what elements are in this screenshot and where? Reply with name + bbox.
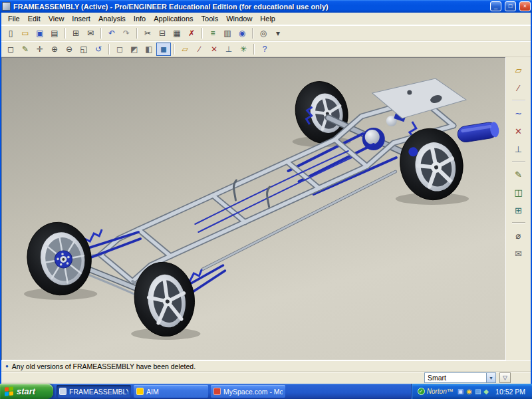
menu-edit[interactable]: Edit — [24, 13, 45, 24]
toolbar-separator — [252, 28, 253, 39]
toolbar-button-glyph: ✉ — [87, 29, 94, 37]
maximize-button[interactable]: □ — [505, 1, 516, 11]
chevron-down-icon[interactable]: ▼ — [486, 373, 495, 382]
menu-analysis[interactable]: Analysis — [94, 13, 130, 24]
create-component-icon[interactable]: ⊞ — [510, 203, 527, 217]
menu-applications[interactable]: Applications — [150, 13, 197, 24]
datum-plane-tool-icon[interactable]: ▱ — [510, 63, 527, 77]
feature-tool-glyph: ✕ — [515, 127, 522, 136]
undo-icon[interactable]: ↶ — [104, 27, 119, 40]
task-icon — [59, 388, 66, 395]
no-hidden-icon[interactable]: ◧ — [142, 43, 156, 56]
shaded-icon[interactable]: ◼ — [156, 43, 171, 56]
chassis-model-3d — [2, 58, 505, 360]
redo-icon[interactable]: ↷ — [119, 27, 134, 40]
menu-info[interactable]: Info — [130, 13, 150, 24]
task-aim[interactable]: AIM — [134, 385, 208, 398]
toolbar-separator — [512, 222, 525, 223]
datum-planes-toggle-icon[interactable]: ▱ — [178, 43, 192, 56]
toolbar-button-glyph: ▯ — [9, 29, 13, 37]
menu-insert[interactable]: Insert — [68, 13, 94, 24]
start-button[interactable]: start — [0, 384, 53, 399]
toolbar-button-glyph: ▤ — [51, 29, 58, 37]
repaint-icon[interactable]: ↺ — [91, 43, 106, 56]
datum-axis-tool-icon[interactable]: ∕ — [510, 80, 527, 95]
task-frameassembly[interactable]: FRAMEASSEMBLY (Ac... — [57, 385, 131, 398]
view-toolbar: ◻ ✎ ✛ ⊕ ⊖ ◱ ↺ ◻ ◩ ◧ ◼ — [1, 41, 531, 57]
task-myspace-mozilla[interactable]: MySpace.com - Mozil... — [211, 385, 285, 398]
sketch-tool-icon[interactable]: ✎ — [510, 167, 527, 182]
toolbar-button-glyph: ✎ — [22, 45, 29, 53]
zoom-in-icon[interactable]: ⊕ — [47, 43, 62, 56]
spin-center-toggle-icon[interactable]: ✳ — [236, 43, 251, 56]
norton-label: Norton™ — [427, 388, 454, 395]
feature-tool-glyph: ∼ — [515, 109, 522, 118]
search-icon[interactable]: ◎ — [256, 27, 271, 40]
wireframe-icon[interactable]: ◻ — [112, 43, 127, 56]
cut-icon[interactable]: ✂ — [140, 27, 155, 40]
model-tree-icon[interactable]: ≡ — [205, 27, 220, 40]
open-file-icon[interactable]: ▭ — [18, 27, 33, 40]
notes-tool-icon[interactable]: ✉ — [510, 246, 527, 261]
network-tray-icon[interactable]: ▤ — [475, 388, 481, 395]
print-icon[interactable]: ▤ — [47, 27, 62, 40]
minimize-button[interactable]: _ — [490, 1, 501, 11]
toolbar-button-glyph: ◱ — [80, 45, 87, 53]
toolbar-separator — [253, 44, 255, 55]
coordinate-system-tool-icon[interactable]: ⊥ — [510, 142, 527, 156]
graphics-viewport[interactable] — [1, 57, 505, 360]
message-statusbar: ● Any old versions of FRAMEASSEMBLY have… — [1, 360, 531, 371]
rear-left-wheel — [289, 76, 354, 149]
zoom-out-icon[interactable]: ⊖ — [62, 43, 76, 56]
filter-icon[interactable]: ▽ — [499, 372, 511, 383]
app-client-area: File Edit View Insert Analysis Info Appl… — [0, 13, 532, 384]
menu-tools[interactable]: Tools — [198, 13, 223, 24]
menu-window[interactable]: Window — [222, 13, 256, 24]
info-window-icon[interactable]: ◉ — [235, 27, 249, 40]
datum-points-toggle-icon[interactable]: ✕ — [207, 43, 221, 56]
menu-file[interactable]: File — [4, 13, 24, 24]
hidden-line-icon[interactable]: ◩ — [127, 43, 142, 56]
selection-filter-bar: Smart ▼ ▽ — [1, 371, 531, 384]
menu-help[interactable]: Help — [256, 13, 279, 24]
list-view-icon[interactable]: ▥ — [220, 27, 235, 40]
select-filter-icon[interactable]: ◻ — [3, 43, 18, 56]
copy-drawing-icon[interactable]: ⊞ — [68, 27, 83, 40]
feature-tool-glyph: ⊥ — [515, 145, 522, 154]
paste-icon[interactable]: ▦ — [170, 27, 184, 40]
context-help-icon[interactable]: ? — [257, 43, 272, 56]
copy-icon[interactable]: ⊟ — [155, 27, 170, 40]
delete-icon[interactable]: ✗ — [184, 27, 199, 40]
csys-toggle-icon[interactable]: ⊥ — [221, 43, 236, 56]
close-button[interactable]: × — [519, 1, 531, 11]
refit-icon[interactable]: ◱ — [76, 43, 91, 56]
toolbar-button-glyph: ⊖ — [66, 45, 72, 53]
datum-axes-toggle-icon[interactable]: ∕ — [192, 43, 207, 56]
toolbar-button-glyph: ▦ — [173, 29, 180, 37]
pan-icon[interactable]: ✛ — [33, 43, 47, 56]
new-file-icon[interactable]: ▯ — [3, 27, 18, 40]
messenger-tray-icon[interactable]: ◆ — [483, 388, 489, 395]
menu-view[interactable]: View — [45, 13, 68, 24]
antivirus-tray-icon[interactable]: ◉ — [466, 388, 472, 395]
feature-tool-glyph: ✉ — [515, 249, 522, 258]
toolbar-button-glyph: ∕ — [199, 45, 200, 53]
system-tray: ✓ Norton™ ▣ ◉ ▤ ◆ 10:52 PM — [411, 384, 532, 399]
selection-filter-combobox[interactable]: Smart ▼ — [424, 372, 496, 383]
toolbar-button-glyph: ▭ — [21, 29, 29, 37]
feature-toolbar: ▱ ∕ ∼ ✕ ⊥ ✎ ◫ ⊞ — [505, 57, 531, 360]
sketcher-icon[interactable]: ✎ — [18, 43, 33, 56]
mail-icon[interactable]: ✉ — [83, 27, 98, 40]
datum-curve-tool-icon[interactable]: ∼ — [510, 106, 527, 120]
assemble-component-icon[interactable]: ◫ — [510, 185, 527, 200]
front-left-wheel — [21, 217, 97, 301]
display-tray-icon[interactable]: ▣ — [458, 388, 464, 395]
toolbar-button-glyph: ◼ — [160, 45, 167, 53]
toolbar-button-glyph: ✕ — [211, 45, 217, 53]
datum-point-tool-icon[interactable]: ✕ — [510, 124, 527, 138]
save-icon[interactable]: ▣ — [33, 27, 47, 40]
toolbar-separator — [100, 28, 102, 39]
measure-tool-icon[interactable]: ⌀ — [510, 228, 527, 243]
toolbar-options-icon[interactable]: ▾ — [271, 27, 285, 40]
norton-tray-badge[interactable]: ✓ Norton™ — [418, 388, 454, 395]
